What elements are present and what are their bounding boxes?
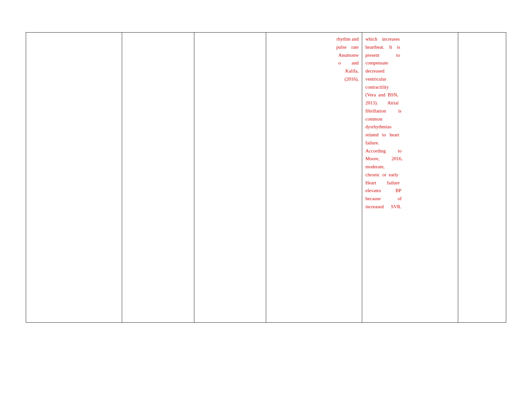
col5-content: which increases heartbeat. It is present… [365, 35, 455, 211]
cell-col1 [26, 33, 122, 323]
cell-col4: rhythm and pulse rate Anumonw o and Kali… [266, 33, 362, 323]
table-row: rhythm and pulse rate Anumonw o and Kali… [26, 33, 506, 323]
col4-content: rhythm and pulse rate Anumonw o and Kali… [269, 35, 359, 83]
cell-col5: which increases heartbeat. It is present… [362, 33, 458, 323]
cell-col6 [458, 33, 506, 323]
cell-col2 [122, 33, 194, 323]
main-table: rhythm and pulse rate Anumonw o and Kali… [26, 32, 506, 323]
page: rhythm and pulse rate Anumonw o and Kali… [0, 0, 532, 411]
cell-col3 [194, 33, 266, 323]
